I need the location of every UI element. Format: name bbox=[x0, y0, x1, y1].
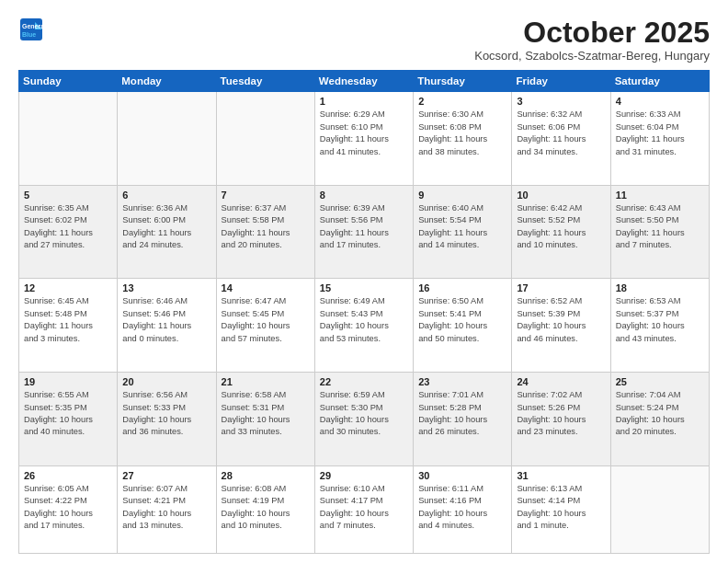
day-number: 17 bbox=[517, 282, 605, 293]
table-row bbox=[19, 92, 118, 186]
table-row: 26Sunrise: 6:05 AMSunset: 4:22 PMDayligh… bbox=[19, 465, 118, 553]
day-number: 28 bbox=[222, 470, 310, 481]
header-saturday: Saturday bbox=[610, 71, 709, 92]
day-number: 26 bbox=[24, 470, 112, 481]
table-row: 20Sunrise: 6:56 AMSunset: 5:33 PMDayligh… bbox=[118, 373, 216, 466]
day-number: 21 bbox=[222, 376, 310, 387]
table-row: 18Sunrise: 6:53 AMSunset: 5:37 PMDayligh… bbox=[610, 279, 709, 373]
day-number: 19 bbox=[24, 376, 112, 387]
table-row: 7Sunrise: 6:37 AMSunset: 5:58 PMDaylight… bbox=[216, 185, 314, 279]
day-number: 9 bbox=[418, 190, 506, 201]
day-info: Sunrise: 6:07 AMSunset: 4:21 PMDaylight:… bbox=[122, 483, 210, 533]
header: General Blue October 2025 Kocsord, Szabo… bbox=[18, 17, 710, 63]
page: General Blue October 2025 Kocsord, Szabo… bbox=[0, 0, 728, 563]
day-number: 10 bbox=[517, 190, 605, 201]
day-info: Sunrise: 6:10 AMSunset: 4:17 PMDaylight:… bbox=[320, 483, 408, 533]
day-number: 6 bbox=[122, 190, 210, 201]
calendar: Sunday Monday Tuesday Wednesday Thursday… bbox=[18, 70, 710, 554]
table-row: 24Sunrise: 7:02 AMSunset: 5:26 PMDayligh… bbox=[512, 373, 610, 466]
day-number: 2 bbox=[418, 96, 506, 107]
table-row: 22Sunrise: 6:59 AMSunset: 5:30 PMDayligh… bbox=[314, 373, 413, 466]
day-info: Sunrise: 6:56 AMSunset: 5:33 PMDaylight:… bbox=[122, 389, 210, 439]
day-number: 22 bbox=[320, 376, 408, 387]
table-row: 13Sunrise: 6:46 AMSunset: 5:46 PMDayligh… bbox=[118, 279, 216, 373]
day-info: Sunrise: 7:01 AMSunset: 5:28 PMDaylight:… bbox=[418, 389, 506, 439]
table-row: 16Sunrise: 6:50 AMSunset: 5:41 PMDayligh… bbox=[414, 279, 512, 373]
day-number: 27 bbox=[122, 470, 210, 481]
day-info: Sunrise: 6:46 AMSunset: 5:46 PMDaylight:… bbox=[122, 295, 210, 345]
day-number: 12 bbox=[24, 282, 112, 293]
day-number: 5 bbox=[24, 190, 112, 201]
table-row bbox=[216, 92, 314, 186]
header-monday: Monday bbox=[118, 71, 216, 92]
day-info: Sunrise: 6:50 AMSunset: 5:41 PMDaylight:… bbox=[418, 295, 506, 345]
table-row: 4Sunrise: 6:33 AMSunset: 6:04 PMDaylight… bbox=[610, 92, 709, 186]
table-row bbox=[118, 92, 216, 186]
day-number: 20 bbox=[122, 376, 210, 387]
svg-text:General: General bbox=[22, 23, 44, 29]
day-info: Sunrise: 6:08 AMSunset: 4:19 PMDaylight:… bbox=[222, 483, 310, 533]
table-row: 1Sunrise: 6:29 AMSunset: 6:10 PMDaylight… bbox=[314, 92, 413, 186]
table-row: 23Sunrise: 7:01 AMSunset: 5:28 PMDayligh… bbox=[414, 373, 512, 466]
table-row: 27Sunrise: 6:07 AMSunset: 4:21 PMDayligh… bbox=[118, 465, 216, 553]
table-row: 15Sunrise: 6:49 AMSunset: 5:43 PMDayligh… bbox=[314, 279, 413, 373]
day-number: 16 bbox=[418, 282, 506, 293]
day-info: Sunrise: 6:32 AMSunset: 6:06 PMDaylight:… bbox=[517, 109, 605, 158]
title-block: October 2025 Kocsord, Szabolcs-Szatmar-B… bbox=[474, 17, 710, 63]
table-row: 12Sunrise: 6:45 AMSunset: 5:48 PMDayligh… bbox=[19, 279, 118, 373]
table-row: 21Sunrise: 6:58 AMSunset: 5:31 PMDayligh… bbox=[216, 373, 314, 466]
day-number: 11 bbox=[616, 190, 704, 201]
day-info: Sunrise: 6:33 AMSunset: 6:04 PMDaylight:… bbox=[616, 109, 704, 158]
day-info: Sunrise: 6:47 AMSunset: 5:45 PMDaylight:… bbox=[222, 295, 310, 345]
table-row: 31Sunrise: 6:13 AMSunset: 4:14 PMDayligh… bbox=[512, 465, 610, 553]
day-number: 29 bbox=[320, 470, 408, 481]
table-row: 2Sunrise: 6:30 AMSunset: 6:08 PMDaylight… bbox=[414, 92, 512, 186]
day-info: Sunrise: 7:04 AMSunset: 5:24 PMDaylight:… bbox=[616, 389, 704, 439]
day-info: Sunrise: 6:13 AMSunset: 4:14 PMDaylight:… bbox=[517, 483, 605, 533]
table-row: 11Sunrise: 6:43 AMSunset: 5:50 PMDayligh… bbox=[610, 185, 709, 279]
table-row: 8Sunrise: 6:39 AMSunset: 5:56 PMDaylight… bbox=[314, 185, 413, 279]
day-info: Sunrise: 6:52 AMSunset: 5:39 PMDaylight:… bbox=[517, 295, 605, 345]
day-info: Sunrise: 6:49 AMSunset: 5:43 PMDaylight:… bbox=[320, 295, 408, 345]
table-row: 6Sunrise: 6:36 AMSunset: 6:00 PMDaylight… bbox=[118, 185, 216, 279]
day-number: 24 bbox=[517, 376, 605, 387]
day-number: 31 bbox=[517, 470, 605, 481]
header-wednesday: Wednesday bbox=[314, 71, 413, 92]
logo-icon: General Blue bbox=[18, 17, 44, 42]
day-number: 13 bbox=[122, 282, 210, 293]
table-row bbox=[610, 465, 709, 553]
day-number: 23 bbox=[418, 376, 506, 387]
day-info: Sunrise: 6:05 AMSunset: 4:22 PMDaylight:… bbox=[24, 483, 112, 533]
day-info: Sunrise: 7:02 AMSunset: 5:26 PMDaylight:… bbox=[517, 389, 605, 439]
day-number: 8 bbox=[320, 190, 408, 201]
day-info: Sunrise: 6:42 AMSunset: 5:52 PMDaylight:… bbox=[517, 202, 605, 252]
header-sunday: Sunday bbox=[19, 71, 118, 92]
day-info: Sunrise: 6:45 AMSunset: 5:48 PMDaylight:… bbox=[24, 295, 112, 345]
day-number: 18 bbox=[616, 282, 704, 293]
header-tuesday: Tuesday bbox=[216, 71, 314, 92]
day-info: Sunrise: 6:43 AMSunset: 5:50 PMDaylight:… bbox=[616, 202, 704, 252]
table-row: 28Sunrise: 6:08 AMSunset: 4:19 PMDayligh… bbox=[216, 465, 314, 553]
month-title: October 2025 bbox=[474, 17, 710, 49]
svg-text:Blue: Blue bbox=[22, 31, 36, 38]
location: Kocsord, Szabolcs-Szatmar-Bereg, Hungary bbox=[474, 49, 710, 63]
day-info: Sunrise: 6:39 AMSunset: 5:56 PMDaylight:… bbox=[320, 202, 408, 252]
day-number: 14 bbox=[222, 282, 310, 293]
day-info: Sunrise: 6:29 AMSunset: 6:10 PMDaylight:… bbox=[320, 109, 408, 158]
day-info: Sunrise: 6:55 AMSunset: 5:35 PMDaylight:… bbox=[24, 389, 112, 439]
day-number: 30 bbox=[418, 470, 506, 481]
table-row: 3Sunrise: 6:32 AMSunset: 6:06 PMDaylight… bbox=[512, 92, 610, 186]
table-row: 25Sunrise: 7:04 AMSunset: 5:24 PMDayligh… bbox=[610, 373, 709, 466]
day-number: 4 bbox=[616, 96, 704, 107]
day-info: Sunrise: 6:35 AMSunset: 6:02 PMDaylight:… bbox=[24, 202, 112, 252]
logo: General Blue bbox=[18, 17, 48, 42]
day-info: Sunrise: 6:53 AMSunset: 5:37 PMDaylight:… bbox=[616, 295, 704, 345]
day-number: 7 bbox=[222, 190, 310, 201]
table-row: 9Sunrise: 6:40 AMSunset: 5:54 PMDaylight… bbox=[414, 185, 512, 279]
table-row: 14Sunrise: 6:47 AMSunset: 5:45 PMDayligh… bbox=[216, 279, 314, 373]
table-row: 17Sunrise: 6:52 AMSunset: 5:39 PMDayligh… bbox=[512, 279, 610, 373]
day-number: 25 bbox=[616, 376, 704, 387]
day-info: Sunrise: 6:40 AMSunset: 5:54 PMDaylight:… bbox=[418, 202, 506, 252]
day-info: Sunrise: 6:59 AMSunset: 5:30 PMDaylight:… bbox=[320, 389, 408, 439]
day-number: 3 bbox=[517, 96, 605, 107]
